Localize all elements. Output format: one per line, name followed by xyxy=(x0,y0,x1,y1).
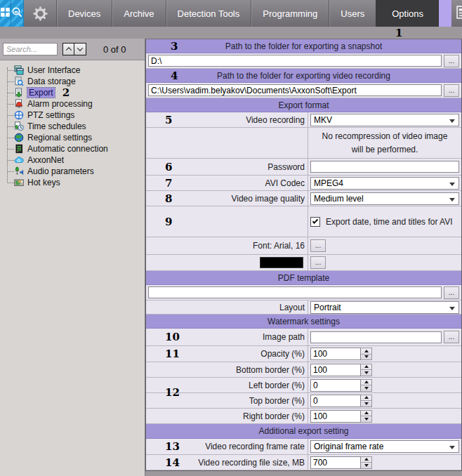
font-browse-button[interactable]: ... xyxy=(310,239,326,252)
sidebar-item-data-storage[interactable]: Data storage xyxy=(4,76,145,87)
pdf-template-browse-button[interactable]: ... xyxy=(444,286,459,299)
snapshot-path-browse-button[interactable]: ... xyxy=(444,55,459,67)
export-titles-checkbox[interactable] xyxy=(310,217,320,227)
image-path-browse-button[interactable]: ... xyxy=(444,331,459,343)
tab-archive[interactable]: Archive xyxy=(112,0,165,27)
export-titles-label: Export date, time and titles for AVI xyxy=(326,217,453,227)
image-path-label: Image path xyxy=(263,332,305,342)
annotation-7: 7 xyxy=(165,177,172,190)
video-path-input[interactable] xyxy=(148,84,442,96)
left-border-spin-buttons[interactable] xyxy=(361,379,372,392)
layouts-panel-icon xyxy=(456,5,462,22)
tab-users[interactable]: Users xyxy=(329,0,376,27)
sidebar-item-ptz-settings[interactable]: PTZ settings xyxy=(4,110,145,121)
search-result-counter: 0 of 0 xyxy=(103,44,126,55)
image-path-row: 10 Image path ... xyxy=(146,329,461,346)
sidebar-item-label: Data storage xyxy=(27,77,76,86)
avi-codec-select[interactable]: MPEG4 xyxy=(310,177,459,190)
search-panel-button[interactable] xyxy=(11,0,24,27)
right-border-spin-buttons[interactable] xyxy=(361,410,372,423)
left-border-input[interactable] xyxy=(310,379,361,392)
sidebar-item-axxonnet[interactable]: AxxonNet xyxy=(4,154,145,166)
tab-options-label: Options xyxy=(392,8,423,19)
layouts-panel-button[interactable] xyxy=(451,0,462,27)
file-size-spin-buttons[interactable] xyxy=(361,456,372,469)
sidebar-item-regional-settings[interactable]: Regional settings xyxy=(4,132,145,143)
left-border-label: Left border (%) xyxy=(249,381,305,390)
layout-select[interactable]: Portrait xyxy=(310,301,459,314)
tab-detection-tools[interactable]: Detection Tools xyxy=(166,0,251,27)
tiles-layout-button[interactable] xyxy=(0,0,11,27)
bottom-border-spin-buttons[interactable] xyxy=(361,364,372,376)
search-input[interactable] xyxy=(3,43,58,55)
annotation-8: 8 xyxy=(165,192,172,205)
top-border-spin-buttons[interactable] xyxy=(361,395,372,407)
font-color-browse-button[interactable]: ... xyxy=(310,256,326,269)
search-next-button[interactable] xyxy=(74,43,86,55)
top-border-input[interactable] xyxy=(310,395,361,407)
annotation-3: 3 xyxy=(171,40,178,53)
search-prev-button[interactable] xyxy=(62,43,74,55)
spin-up-icon xyxy=(364,381,369,383)
opacity-spin-buttons[interactable] xyxy=(361,348,372,360)
sidebar-item-automatic-connection[interactable]: Automatic connection xyxy=(4,143,145,154)
sidebar-item-export[interactable]: Export 2 xyxy=(4,87,145,98)
opacity-input[interactable] xyxy=(310,348,361,360)
frame-rate-select[interactable]: Original frame rate xyxy=(310,440,459,453)
sidebar-item-label: User Interface xyxy=(27,65,80,75)
video-recording-label: Video recording xyxy=(246,115,305,125)
opacity-label: Opacity (%) xyxy=(260,349,305,359)
tab-devices-label: Devices xyxy=(68,8,100,19)
avi-codec-row: 7 AVI Codec MPEG4 xyxy=(146,176,461,191)
password-input[interactable] xyxy=(310,161,459,173)
video-recording-select[interactable]: MKV xyxy=(310,114,459,126)
sidebar-item-user-interface[interactable]: User Interface xyxy=(4,65,145,76)
sidebar-item-audio-parameters[interactable]: Audio parameters xyxy=(4,166,145,177)
left-border-row: 12 Left border (%) xyxy=(146,378,461,393)
spin-down-icon xyxy=(364,402,369,405)
export-titles-row: 9 Export date, time and titles for AVI xyxy=(146,206,461,237)
export-settings-panel: 3 Path to the folder for exporting a sna… xyxy=(145,39,462,476)
tab-devices[interactable]: Devices xyxy=(56,0,112,27)
settings-gear-icon xyxy=(24,0,56,27)
file-size-input[interactable] xyxy=(310,456,361,469)
layout-value: Portrait xyxy=(314,303,341,312)
bottom-border-spinner xyxy=(310,364,372,376)
recompression-info-row: No recompression of video image will be … xyxy=(146,128,461,159)
top-border-row: Top border (%) xyxy=(146,393,461,409)
bottom-border-input[interactable] xyxy=(310,364,361,376)
spin-down-icon xyxy=(364,464,369,467)
sidebar-item-hot-keys[interactable]: Hot keys xyxy=(4,177,145,188)
top-toolbar: Devices Archive Detection Tools Programm… xyxy=(0,0,462,27)
font-label: Font: Arial, 16 xyxy=(253,241,305,251)
right-border-input[interactable] xyxy=(310,410,361,423)
sidebar-item-time-schedules[interactable]: Time schedules xyxy=(4,121,145,132)
annotation-5: 5 xyxy=(165,114,172,126)
font-row: Font: Arial, 16 ... xyxy=(146,237,461,255)
annotation-2: 2 xyxy=(62,86,70,99)
video-path-browse-button[interactable]: ... xyxy=(444,84,459,97)
spin-up-icon xyxy=(364,396,369,399)
section-header-label: PDF template xyxy=(278,273,329,283)
top-border-label: Top border (%) xyxy=(249,396,305,406)
spin-up-icon xyxy=(364,411,369,414)
chevron-down-icon xyxy=(77,45,83,51)
regional-settings-icon xyxy=(14,133,25,143)
section-header-snapshot-path: 3 Path to the folder for exporting a sna… xyxy=(146,39,461,53)
time-schedules-icon xyxy=(14,121,25,131)
snapshot-path-input[interactable] xyxy=(148,55,442,67)
video-quality-select[interactable]: Medium level xyxy=(310,192,459,205)
sidebar-item-label: Audio parameters xyxy=(27,166,94,176)
section-header-video-path: 4 Path to the folder for exporting video… xyxy=(146,69,461,83)
sidebar-item-alarm-processing[interactable]: Alarm processing xyxy=(4,98,145,110)
tab-programming[interactable]: Programming xyxy=(251,0,329,27)
file-size-spinner xyxy=(310,456,372,469)
tab-archive-label: Archive xyxy=(124,8,154,19)
spin-down-icon xyxy=(364,355,369,358)
annotation-10: 10 xyxy=(165,331,180,343)
tab-options[interactable]: Options xyxy=(376,0,439,27)
pdf-template-input[interactable] xyxy=(148,286,442,298)
image-path-input[interactable] xyxy=(310,331,442,343)
check-icon xyxy=(312,218,318,223)
bottom-border-label: Bottom border (%) xyxy=(236,365,305,375)
